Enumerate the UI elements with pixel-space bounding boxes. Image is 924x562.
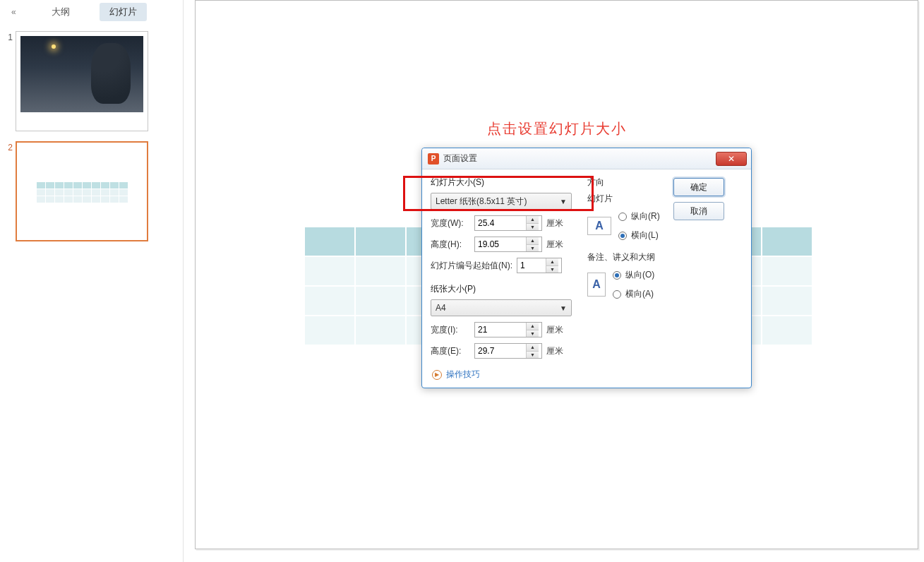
spin-down-icon[interactable]: ▼: [527, 352, 539, 359]
tips-link[interactable]: 操作技巧: [446, 369, 480, 381]
height-label: 高度(H):: [431, 239, 470, 251]
chevron-down-icon: ▼: [560, 304, 567, 312]
unit-label: 厘米: [546, 345, 563, 357]
spin-down-icon[interactable]: ▼: [527, 330, 539, 337]
spin-down-icon[interactable]: ▼: [527, 245, 539, 252]
slide-1-image: [20, 36, 143, 112]
unit-label: 厘米: [546, 239, 563, 251]
thumbnail-row: 1: [0, 28, 183, 138]
orientation-group-label: 方向: [587, 177, 665, 189]
page-setup-dialog: P 页面设置 ✕ 幻灯片大小(S) Letter 纸张(8.5x11 英寸) ▼…: [421, 148, 752, 388]
portrait-icon: A: [587, 273, 606, 297]
chevron-down-icon: ▼: [560, 198, 567, 205]
cancel-button[interactable]: 取消: [673, 202, 724, 220]
slide-2-table-preview: [37, 182, 128, 203]
spin-down-icon[interactable]: ▼: [546, 266, 558, 273]
slide-number: 1: [0, 31, 16, 42]
paper-height-label: 高度(E):: [431, 345, 470, 357]
spin-up-icon[interactable]: ▲: [527, 216, 539, 224]
dialog-title: 页面设置: [443, 153, 716, 165]
slide-number: 2: [0, 141, 16, 153]
paper-size-combo[interactable]: A4 ▼: [431, 299, 572, 316]
paper-width-label: 宽度(I):: [431, 324, 470, 336]
dialog-body: 幻灯片大小(S) Letter 纸张(8.5x11 英寸) ▼ 宽度(W): ▲…: [422, 169, 751, 364]
unit-label: 厘米: [546, 324, 563, 336]
width-label: 宽度(W):: [431, 217, 470, 229]
paper-height-input[interactable]: [475, 344, 526, 358]
spin-up-icon[interactable]: ▲: [527, 344, 539, 352]
paper-size-group-label: 纸张大小(P): [431, 283, 579, 295]
app-icon: P: [428, 153, 439, 165]
start-number-label: 幻灯片编号起始值(N):: [431, 260, 512, 272]
size-column: 幻灯片大小(S) Letter 纸张(8.5x11 英寸) ▼ 宽度(W): ▲…: [431, 177, 579, 359]
slide-panel: « 大纲 幻灯片 1 2: [0, 0, 184, 562]
start-number-input[interactable]: [517, 258, 546, 273]
slide-height-spinner[interactable]: ▲▼: [474, 237, 542, 252]
slide-canvas[interactable]: 点击设置幻灯片大小 P 页面设置 ✕ 幻灯片大小(S): [195, 0, 918, 549]
app-root: « 大纲 幻灯片 1 2: [0, 0, 924, 562]
spin-down-icon[interactable]: ▼: [527, 224, 539, 231]
spin-up-icon[interactable]: ▲: [527, 237, 539, 245]
spin-up-icon[interactable]: ▲: [527, 323, 539, 330]
dialog-footer: ▶ 操作技巧: [422, 364, 751, 388]
slide-landscape-radio[interactable]: 横向(L): [618, 229, 660, 241]
dialog-buttons: 确定 取消: [673, 177, 730, 359]
thumbnail-row: 2: [0, 138, 183, 249]
tab-outline[interactable]: 大纲: [42, 3, 80, 21]
collapse-panel-icon[interactable]: «: [6, 7, 22, 17]
slide-orientation-label: 幻灯片: [587, 193, 665, 205]
notes-orientation-label: 备注、讲义和大纲: [587, 251, 665, 263]
slide-thumbnail-1[interactable]: [16, 31, 148, 131]
notes-portrait-radio[interactable]: 纵向(O): [613, 269, 654, 281]
tab-slides[interactable]: 幻灯片: [100, 3, 147, 21]
landscape-icon: A: [587, 217, 611, 235]
slide-size-group-label: 幻灯片大小(S): [431, 177, 579, 189]
slide-size-value: Letter 纸张(8.5x11 英寸): [436, 196, 527, 208]
spin-up-icon[interactable]: ▲: [546, 258, 558, 266]
start-number-spinner[interactable]: ▲▼: [517, 258, 562, 273]
close-button[interactable]: ✕: [716, 152, 747, 166]
sidebar-tabs: « 大纲 幻灯片: [0, 0, 183, 24]
instruction-text: 点击设置幻灯片大小: [487, 119, 627, 138]
slide-size-combo[interactable]: Letter 纸张(8.5x11 英寸) ▼: [431, 193, 572, 210]
slide-width-spinner[interactable]: ▲▼: [474, 215, 542, 231]
slide-portrait-radio[interactable]: 纵向(R): [618, 210, 660, 222]
paper-size-value: A4: [436, 303, 446, 313]
orientation-column: 方向 幻灯片 A 纵向(R) 横向(L): [587, 177, 665, 359]
canvas-area: 点击设置幻灯片大小 P 页面设置 ✕ 幻灯片大小(S): [184, 0, 924, 562]
slide-width-input[interactable]: [475, 216, 526, 230]
paper-width-spinner[interactable]: ▲▼: [474, 322, 542, 337]
slide-height-input[interactable]: [475, 237, 526, 251]
notes-landscape-radio[interactable]: 横向(A): [613, 288, 654, 300]
slide-thumbnail-2[interactable]: [16, 141, 148, 241]
unit-label: 厘米: [546, 217, 563, 229]
ok-button[interactable]: 确定: [673, 178, 724, 196]
tip-icon: ▶: [432, 370, 442, 380]
paper-width-input[interactable]: [475, 323, 526, 337]
dialog-titlebar[interactable]: P 页面设置 ✕: [422, 148, 751, 169]
thumbnail-list: 1 2: [0, 24, 183, 249]
paper-height-spinner[interactable]: ▲▼: [474, 343, 542, 359]
